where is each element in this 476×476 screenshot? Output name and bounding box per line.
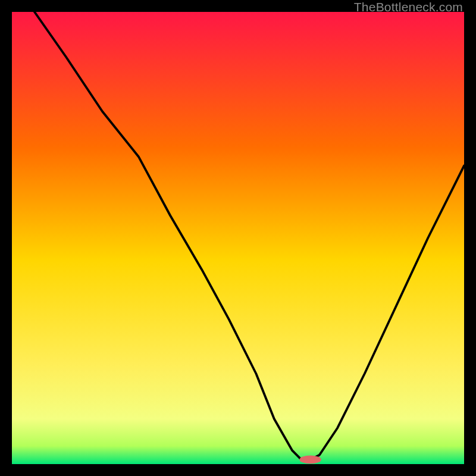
curve-layer [12, 12, 464, 464]
optimal-marker [299, 456, 321, 464]
bottleneck-curve [35, 12, 464, 459]
chart-frame: TheBottleneck.com [0, 0, 476, 476]
plot-area [12, 12, 464, 464]
